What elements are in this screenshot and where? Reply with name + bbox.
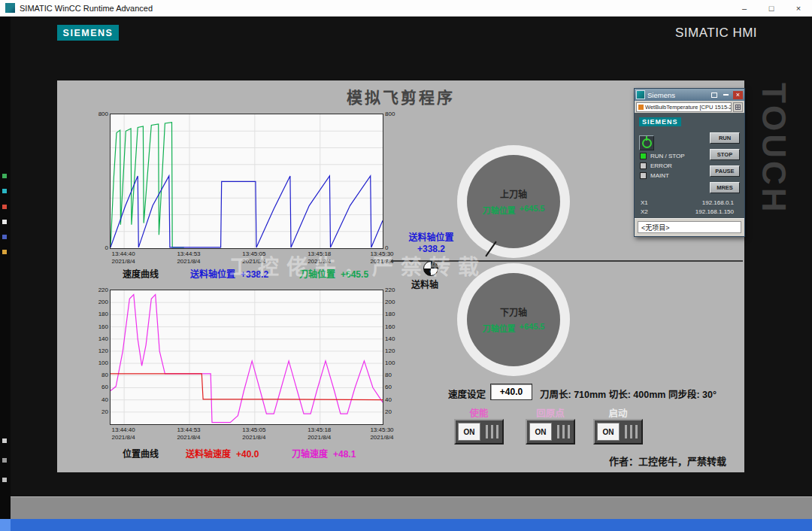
taskbar[interactable] <box>0 519 812 531</box>
x-axis-tick: 13:45:052021/8/4 <box>230 426 278 441</box>
minimize-icon[interactable] <box>721 91 731 99</box>
speed-set-input[interactable] <box>490 384 532 400</box>
feed-axis-speed-readout: 送料轴速度+40.0 <box>186 447 259 460</box>
y-axis-tick: 60 <box>84 384 108 390</box>
lower-knife-shaft: 下刀轴 刀轴位置 +645.5 <box>467 273 560 366</box>
feed-axis-name: 送料轴 <box>391 278 459 290</box>
interface-row-x1: X1 192.168.0.1 <box>641 199 734 206</box>
switch-on-label: ON <box>458 423 480 441</box>
run-stop-led <box>640 153 647 159</box>
desktop-icon-fragment <box>2 189 7 193</box>
start-switch[interactable]: ON <box>593 419 643 445</box>
power-button[interactable] <box>639 135 654 150</box>
feed-axis-position-callout: 送料轴位置 +338.2 <box>388 232 474 255</box>
y-axis-tick: 60 <box>385 384 412 390</box>
switch-grip <box>623 423 639 441</box>
y-axis-tick: 120 <box>84 347 108 354</box>
y-axis-tick: 220 <box>84 287 108 293</box>
knife-axis-speed-readout: 刀轴速度+48.1 <box>292 447 356 460</box>
desktop-icon-fragment <box>2 438 7 443</box>
feed-axis-position-label: 送料轴位置 <box>190 269 235 280</box>
y-axis-tick: 180 <box>84 311 108 317</box>
feed-axis-speed-label: 送料轴速度 <box>186 449 231 460</box>
start-switch-label: 启动 <box>590 405 646 420</box>
window-titlebar[interactable]: SIMATIC WinCC Runtime Advanced – □ × <box>0 0 812 17</box>
knife-axis-position-readout: 刀轴位置+645.5 <box>299 267 368 280</box>
x-axis-tick: 13:45:182021/8/4 <box>295 426 344 441</box>
upper-knife-shaft: 上刀轴 刀轴位置 +645.5 <box>467 155 560 248</box>
feed-axis-position-callout-label: 送料轴位置 <box>388 232 474 244</box>
lower-shaft-position-label: 刀轴位置 <box>483 322 516 334</box>
position-trend-chart: 2202202002001801801601601401401201201001… <box>83 285 415 445</box>
x-axis-tick: 13:44:532021/8/4 <box>165 250 213 265</box>
y-axis-tick: 80 <box>385 372 412 378</box>
runtime-area: SIEMENS SIMATIC HMI TOUCH 模拟飞剪程序 8008000… <box>11 17 812 496</box>
touch-bezel-label: TOUCH <box>755 83 792 215</box>
grip-bar <box>635 425 638 438</box>
y-axis-tick: 80 <box>84 372 108 378</box>
desktop-edge-strip <box>0 17 11 519</box>
y-axis-tick: 200 <box>385 299 412 305</box>
window-controls: – □ × <box>731 0 812 16</box>
interface-ip: 192.168.0.1 <box>702 199 734 206</box>
interface-ip: 192.168.1.150 <box>695 208 734 215</box>
lower-shaft-title: 下刀轴 <box>500 305 527 318</box>
run-button[interactable]: RUN <box>710 132 740 144</box>
app-icon <box>5 3 15 13</box>
minimize-button[interactable]: – <box>731 0 758 16</box>
upper-shaft-position-value: +645.5 <box>520 204 545 216</box>
taskbar-start-fragment[interactable] <box>0 519 11 531</box>
knife-axis-speed-value: +48.1 <box>333 449 356 460</box>
feed-axis-position-value: +338.2 <box>241 269 268 280</box>
close-icon[interactable]: × <box>733 91 743 99</box>
close-button[interactable]: × <box>785 0 812 16</box>
simulator-brand: SIEMENS <box>639 117 681 126</box>
feed-axis-position-callout-value: +338.2 <box>388 244 474 255</box>
y-axis-tick: 180 <box>385 311 412 317</box>
project-selector[interactable]: <无项目> <box>638 221 741 233</box>
device-dropdown[interactable]: WetBulbTemperature [CPU 1515-2 PN <box>636 102 732 112</box>
device-name: WetBulbTemperature [CPU 1515-2 PN <box>645 104 732 111</box>
x-axis-tick: 13:45:052021/8/4 <box>230 250 278 265</box>
position-trend-plot <box>110 290 383 425</box>
upper-shaft-position-label: 刀轴位置 <box>483 204 516 216</box>
window-bottom-band <box>11 496 812 519</box>
pause-button[interactable]: PAUSE <box>710 165 740 177</box>
y-axis-tick: 40 <box>84 396 108 403</box>
mres-button[interactable]: MRES <box>710 182 740 193</box>
station-grid-icon[interactable] <box>733 102 743 112</box>
knife-axis-speed-label: 刀轴速度 <box>292 449 328 460</box>
desktop-icon-fragment <box>2 478 7 482</box>
y-axis-tick: 100 <box>84 360 108 366</box>
knife-axis-position-label: 刀轴位置 <box>299 269 335 280</box>
x-axis-tick: 13:45:182021/8/4 <box>295 250 344 265</box>
knife-axis-position-value: +645.5 <box>341 269 368 280</box>
maximize-button[interactable]: □ <box>758 0 785 16</box>
maint-led-label: MAINT <box>650 172 669 179</box>
grip-bar <box>496 425 498 438</box>
y-axis-tick: 40 <box>385 396 412 403</box>
enable-switch[interactable]: ON <box>454 419 504 445</box>
grip-bar <box>486 425 488 438</box>
led-row: MAINT <box>640 171 669 180</box>
stop-button[interactable]: STOP <box>710 149 740 160</box>
upper-shaft-title: 上刀轴 <box>500 187 527 200</box>
feed-axis-encoder-icon <box>423 261 438 276</box>
simulator-window: Siemens × WetBulbTemperature [CPU 1515-2… <box>634 88 745 237</box>
speed_chart-svg <box>111 114 383 248</box>
grip-bar <box>562 425 565 438</box>
x-axis-tick: 13:45:302021/8/4 <box>358 426 406 441</box>
device-selector-row: WetBulbTemperature [CPU 1515-2 PN <box>635 101 744 113</box>
home-switch-label: 回原点 <box>523 405 578 420</box>
speed-trend-plot <box>110 114 383 249</box>
float-icon[interactable] <box>709 91 719 99</box>
home-switch[interactable]: ON <box>526 419 575 445</box>
enable-switch-label: 使能 <box>451 405 507 420</box>
simulator-titlebar[interactable]: Siemens × <box>635 89 744 101</box>
material-strip-line <box>391 260 743 262</box>
grip-bar <box>491 425 493 438</box>
switch-on-label: ON <box>597 423 620 441</box>
desktop-icon-fragment <box>2 458 7 463</box>
simatic-hmi-label: SIMATIC HMI <box>675 26 757 41</box>
desktop-icon-fragment <box>2 220 7 224</box>
